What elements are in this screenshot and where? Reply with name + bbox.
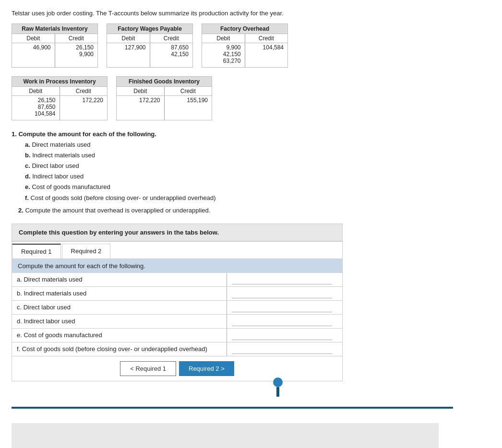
scroll-circle (273, 377, 283, 387)
t-account-wip: Work in Process Inventory Debit Credit 2… (12, 76, 108, 120)
second-panel-gray-bar (12, 423, 439, 448)
req1-row-a-input-cell (227, 273, 342, 287)
table-row: f. Cost of goods sold (before closing ov… (12, 342, 342, 356)
raw-debit-label: Debit (12, 34, 55, 43)
table-row: a. Direct materials used (12, 273, 342, 287)
req1-content-header: Compute the amount for each of the follo… (12, 259, 342, 273)
fg-debit-label: Debit (117, 87, 165, 95)
complete-box: Complete this question by entering your … (12, 224, 343, 241)
wages-debit-values: 127,900 (107, 43, 150, 67)
req1-row-d-input-cell (227, 314, 342, 328)
next-required-2-btn[interactable]: Required 2 > (179, 361, 234, 376)
wages-debit-label: Debit (107, 34, 150, 43)
table-row: d. Indirect labor used (12, 314, 342, 328)
factory-wages-title: Factory Wages Payable (107, 24, 192, 34)
second-panel: Required 1 Required 2 Compute the amount… (12, 423, 453, 448)
t-accounts-row-2: Work in Process Inventory Debit Credit 2… (12, 76, 490, 120)
req1-row-e-label: e. Cost of goods manufactured (12, 328, 227, 342)
blue-divider (12, 407, 453, 409)
overhead-debit-label: Debit (202, 34, 245, 43)
wages-credit-label: Credit (150, 34, 193, 43)
req1-row-d-label: d. Indirect labor used (12, 314, 227, 328)
wip-credit-values: 172,220 (60, 96, 108, 120)
t-account-raw-materials: Raw Materials Inventory Debit Credit 46,… (12, 24, 98, 68)
req1-row-d-input[interactable] (232, 317, 332, 326)
prev-required-1-btn[interactable]: < Required 1 (120, 361, 176, 376)
t-account-finished-goods: Finished Goods Inventory Debit Credit 17… (116, 76, 212, 120)
wages-credit-values: 87,650 42,150 (150, 43, 193, 67)
wip-credit-label: Credit (60, 87, 108, 95)
req1-row-f-input[interactable] (232, 344, 332, 354)
req1-row-f-label: f. Cost of goods sold (before closing ov… (12, 342, 227, 356)
t-accounts-row-1: Raw Materials Inventory Debit Credit 46,… (12, 24, 490, 68)
raw-credit-label: Credit (55, 34, 98, 43)
req1-row-f-input-cell (227, 342, 342, 356)
req1-row-c-input[interactable] (232, 303, 332, 312)
table-row: e. Cost of goods manufactured (12, 328, 342, 342)
finished-goods-title: Finished Goods Inventory (117, 77, 212, 87)
overhead-debit-values: 9,900 42,150 63,270 (202, 43, 245, 67)
fg-credit-values: 155,190 (165, 96, 212, 120)
req1-row-a-input[interactable] (232, 275, 332, 284)
tabs-bar: Required 1 Required 2 (12, 242, 342, 259)
factory-overhead-title: Factory Overhead (202, 24, 287, 34)
tabs-section: Required 1 Required 2 Compute the amount… (12, 241, 343, 381)
overhead-credit-values: 104,584 (245, 43, 288, 67)
wip-debit-label: Debit (12, 87, 60, 95)
raw-materials-title: Raw Materials Inventory (12, 24, 97, 34)
raw-credit-values: 26,150 9,900 (55, 43, 98, 67)
wip-title: Work in Process Inventory (12, 77, 107, 87)
scroll-indicator-area (271, 377, 490, 402)
intro-text: Telstar uses job order costing. The T-ac… (12, 10, 490, 17)
req1-row-a-label: a. Direct materials used (12, 273, 227, 287)
tab-required-1[interactable]: Required 1 (12, 244, 61, 259)
req1-row-e-input-cell (227, 328, 342, 342)
req1-row-c-input-cell (227, 300, 342, 314)
fg-debit-values: 172,220 (117, 96, 165, 120)
fg-credit-label: Credit (165, 87, 212, 95)
req1-row-c-label: c. Direct labor used (12, 300, 227, 314)
t-account-factory-overhead: Factory Overhead Debit Credit 9,900 42,1… (202, 24, 288, 68)
req1-table: a. Direct materials used b. Indirect mat… (12, 273, 342, 356)
req1-row-e-input[interactable] (232, 330, 332, 340)
scroll-handle (276, 387, 279, 397)
instructions: 1. Compute the amount for each of the fo… (12, 129, 490, 216)
scroll-indicator-svg (271, 377, 285, 401)
table-row: c. Direct labor used (12, 300, 342, 314)
table-row: b. Indirect materials used (12, 286, 342, 300)
tab-required-2[interactable]: Required 2 (62, 244, 111, 259)
overhead-credit-label: Credit (245, 34, 288, 43)
wip-debit-values: 26,150 87,650 104,584 (12, 96, 60, 120)
req1-row-b-input[interactable] (232, 289, 332, 298)
t-account-factory-wages: Factory Wages Payable Debit Credit 127,9… (107, 24, 193, 68)
req1-row-b-input-cell (227, 286, 342, 300)
req1-row-b-label: b. Indirect materials used (12, 286, 227, 300)
raw-debit-values: 46,900 (12, 43, 55, 67)
